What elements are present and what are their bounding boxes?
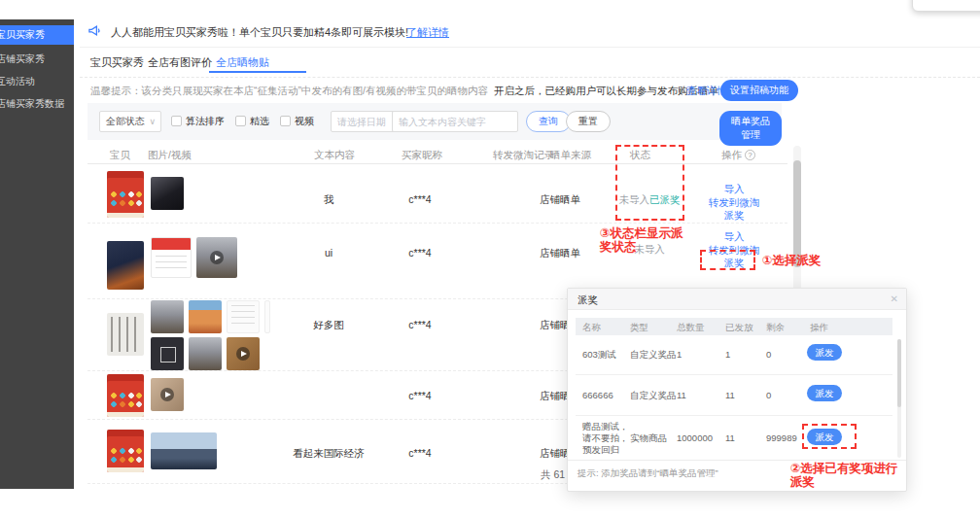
banner-text: 人人都能用宝贝买家秀啦！单个宝贝只要加精4条即可展示模块! [111, 25, 408, 40]
tab-product-buyer-show[interactable]: 宝贝买家秀 [90, 55, 144, 70]
annotation-step2: ②选择已有奖项进行派奖 [790, 462, 905, 489]
megaphone-icon [88, 23, 102, 42]
media-thumbnail[interactable] [227, 300, 260, 333]
media-thumbnail[interactable] [151, 378, 184, 411]
media-thumbnail[interactable] [189, 300, 222, 333]
prize-name: 赠品测试，请不要拍，预发回归 [582, 421, 633, 456]
product-thumbnail[interactable] [107, 374, 144, 417]
checkbox-icon [235, 116, 246, 126]
prize-total: 1000000 [677, 432, 713, 443]
product-thumbnail[interactable] [107, 241, 144, 290]
active-tab-underline [209, 71, 306, 73]
action-award[interactable]: 派奖 [695, 209, 773, 223]
dialog-footer-tip: 提示: 添加奖品请到“晒单奖品管理” [578, 467, 718, 480]
col-header-media: 图片/视频 [148, 149, 192, 162]
prize-issued: 1 [725, 349, 730, 360]
help-icon[interactable]: ? [745, 150, 755, 160]
sidebar-item-shop-buyer-show[interactable]: 店铺买家秀 [0, 52, 74, 66]
tab-shop-photo-review[interactable]: 全店有图评价 [148, 55, 212, 70]
media-thumbnail[interactable] [151, 177, 184, 210]
col-header-action: 操作 ? [721, 149, 755, 162]
filter-bar: 全部状态 ∨ 算法排序 精选 视频 查询 重置 晒单奖品管理 [88, 103, 782, 140]
media-thumbnail[interactable] [151, 300, 184, 333]
checkbox-video[interactable]: 视频 [280, 115, 314, 128]
dlg-col-type: 类型 [630, 322, 648, 334]
prize-issued: 11 [725, 432, 735, 443]
tabs-divider [80, 77, 980, 78]
col-header-nickname: 买家昵称 [402, 149, 442, 162]
keyword-input-wrap [392, 111, 518, 132]
banner-divider [80, 47, 980, 48]
status-highlight-box [615, 145, 684, 221]
dispatch-button[interactable]: 派发 [807, 385, 842, 401]
show-source: 店铺晒单 [521, 247, 599, 260]
tab-shop-show-post[interactable]: 全店晒物贴 [216, 55, 269, 70]
col-header-product: 宝贝 [110, 149, 130, 162]
notice-tip: 温馨提示：该分类只展现买家在本店“征集活动”中发布的有图/有视频的带宝贝的晒物内… [90, 85, 488, 98]
buyer-nickname: c***4 [381, 447, 459, 459]
banner-link[interactable]: 了解详情 [406, 25, 449, 40]
dialog-scrollbar-thumb[interactable] [897, 339, 901, 407]
checkbox-algorithm-sort[interactable]: 算法排序 [171, 115, 225, 128]
dialog-title: 派奖 [578, 294, 598, 307]
media-thumbnail[interactable] [189, 337, 222, 370]
setup-solicit-button[interactable]: 设置招稿功能 [720, 80, 798, 101]
annotation-step3: ③状态栏显示派奖状态 [600, 226, 689, 254]
status-select[interactable]: 全部状态 ∨ [99, 111, 161, 132]
prize-type: 自定义奖品 [630, 390, 677, 402]
product-thumbnail[interactable] [107, 171, 144, 218]
prize-remain: 0 [766, 390, 771, 400]
media-thumbnail[interactable] [227, 337, 260, 370]
buyer-nickname: c***4 [381, 193, 459, 205]
prize-issued: 11 [725, 390, 735, 400]
play-icon [210, 251, 224, 264]
col-header-source: 晒单来源 [550, 149, 591, 162]
show-source: 店铺晒单 [521, 193, 599, 207]
search-button[interactable]: 查询 [526, 111, 571, 132]
reset-button[interactable]: 重置 [566, 111, 611, 132]
dlg-col-action: 操作 [810, 322, 828, 334]
prize-name: 603测试 [582, 349, 616, 362]
checkbox-icon [280, 116, 291, 126]
dlg-col-issued: 已发放 [725, 322, 753, 334]
close-icon[interactable]: ✕ [891, 294, 898, 304]
annotation-step1: ①选择派奖 [762, 254, 840, 267]
checkbox-icon [171, 116, 182, 126]
sidebar-item-product-buyer-show[interactable]: 宝贝买家秀 [0, 25, 74, 45]
product-thumbnail[interactable] [107, 430, 144, 472]
sidebar: 宝贝买家秀 店铺买家秀 互动活动 店铺买家秀数据 [0, 19, 74, 489]
dlg-col-remain: 剩余 [766, 322, 785, 334]
text-content: 好多图 [280, 319, 377, 332]
checkbox-label: 算法排序 [186, 116, 225, 126]
play-icon [236, 347, 250, 361]
media-thumbnail[interactable] [151, 432, 217, 469]
media-thumbnail[interactable] [196, 237, 237, 278]
checkbox-label: 视频 [295, 116, 314, 126]
sidebar-item-interactive-activity[interactable]: 互动活动 [0, 75, 74, 88]
media-thumbnail[interactable] [151, 337, 184, 370]
prize-total: 1 [677, 349, 682, 360]
media-thumbnail[interactable] [264, 300, 270, 333]
popup-fragment [912, 0, 980, 12]
sidebar-item-buyer-show-data[interactable]: 店铺买家秀数据 [0, 97, 74, 111]
checkbox-featured[interactable]: 精选 [235, 115, 269, 128]
product-thumbnail[interactable] [107, 313, 144, 356]
col-header-text: 文本内容 [314, 149, 355, 162]
prize-manage-button[interactable]: 晒单奖品管理 [719, 111, 782, 146]
scrollbar-thumb[interactable] [793, 160, 801, 267]
media-thumbnail[interactable] [151, 237, 192, 278]
prize-remain: 0 [766, 349, 771, 360]
dispatch-button[interactable]: 派发 [807, 344, 842, 361]
action-import[interactable]: 导入 [695, 230, 773, 244]
notice-right-text: 开启之后，已经购用户可以长期参与发布购后晒单 [494, 85, 718, 98]
dialog-footer-divider [568, 460, 906, 461]
action-repost-weitao[interactable]: 转发到微淘 [695, 196, 773, 210]
keyword-input[interactable] [393, 113, 517, 132]
buyer-nickname: c***4 [381, 319, 459, 330]
action-import[interactable]: 导入 [695, 183, 773, 196]
prize-remain: 999989 [766, 432, 797, 443]
buyer-nickname: c***4 [381, 247, 459, 259]
text-content: 我 [280, 193, 377, 207]
status-select-value: 全部状态 [106, 116, 145, 126]
buyer-nickname: c***4 [381, 390, 459, 401]
